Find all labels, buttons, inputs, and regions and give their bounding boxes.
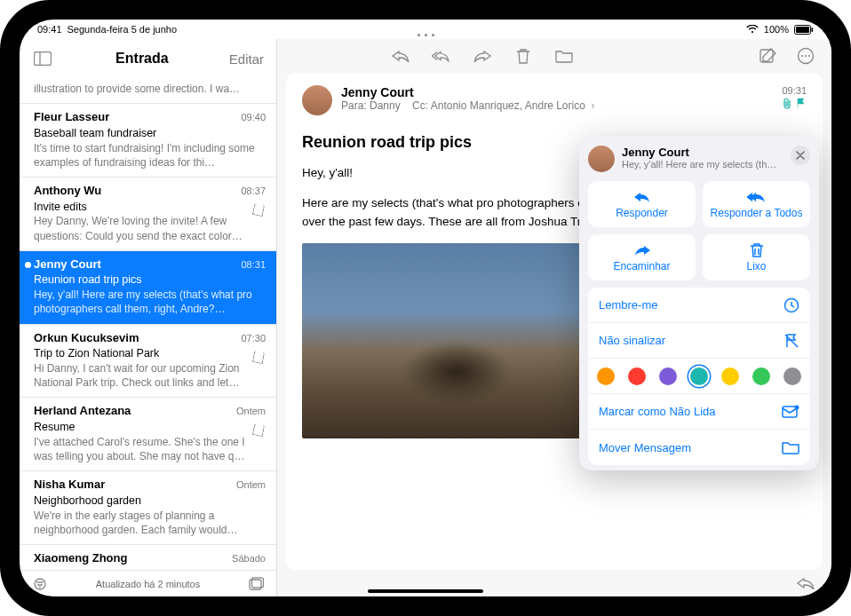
message-time: 09:31 <box>782 85 807 96</box>
remind-me-button[interactable]: Lembre-me <box>588 288 810 323</box>
mailbox-sidebar: Entrada Editar illustration to provide s… <box>20 39 277 596</box>
flag-icon <box>796 98 807 109</box>
msg-time: 08:31 <box>241 258 266 272</box>
unflag-button[interactable]: Não sinalizar <box>588 323 810 359</box>
folder-icon <box>782 440 799 454</box>
row-label: Não sinalizar <box>599 334 665 347</box>
flag-color-dot[interactable] <box>752 367 770 385</box>
svg-point-14 <box>805 55 807 57</box>
flag-color-dot[interactable] <box>628 367 646 385</box>
list-item[interactable]: Fleur Lasseur09:40 Baseball team fundrai… <box>20 104 276 178</box>
msg-subject: Neighborhood garden <box>34 494 266 509</box>
msg-sender: Nisha Kumar <box>34 477 105 493</box>
flag-color-row <box>588 359 810 394</box>
avatar[interactable] <box>302 85 332 115</box>
row-label: Lembre-me <box>599 298 657 312</box>
svg-point-13 <box>801 55 803 57</box>
reply-button[interactable]: Responder <box>588 181 696 227</box>
forward-icon[interactable] <box>473 46 492 66</box>
cc-names[interactable]: Antonio Manriquez, Andre Lorico <box>431 99 585 112</box>
battery-icon <box>794 25 814 35</box>
row-label: Mover Mensagem <box>599 441 691 454</box>
compose-icon[interactable] <box>759 46 778 66</box>
msg-preview: We're in the early stages of planning a … <box>34 509 266 537</box>
mailboxes-icon[interactable] <box>248 577 264 591</box>
reply-all-icon[interactable] <box>432 46 451 66</box>
list-item[interactable]: Orkun Kucuksevim07:30 Trip to Zion Natio… <box>20 325 276 399</box>
flag-color-dot[interactable] <box>721 367 739 385</box>
more-icon[interactable] <box>796 46 815 66</box>
msg-subject: Baseball team fundraiser <box>34 126 266 141</box>
attachment-icon <box>783 98 792 109</box>
msg-sender: Orkun Kucuksevim <box>34 330 139 346</box>
list-item[interactable]: Xiaomeng ZhongSábado Park Photos Hi Dann… <box>20 545 276 570</box>
message-toolbar <box>277 39 831 73</box>
svg-rect-11 <box>760 50 773 62</box>
flag-off-icon <box>783 333 799 349</box>
move-message-button[interactable]: Mover Mensagem <box>588 430 810 465</box>
reply-icon <box>633 189 651 205</box>
move-folder-icon[interactable] <box>554 46 574 66</box>
message-list[interactable]: illustration to provide some direction. … <box>20 76 276 570</box>
to-name[interactable]: Danny <box>370 99 401 112</box>
popover-title: Jenny Court <box>622 146 782 159</box>
reply-all-button[interactable]: Responder a Todos <box>703 181 810 227</box>
trash-icon <box>750 242 764 258</box>
tile-label: Responder a Todos <box>711 207 803 219</box>
envelope-dot-icon <box>782 405 799 419</box>
list-item[interactable]: illustration to provide some direction. … <box>20 76 276 104</box>
sidebar-toggle-icon[interactable] <box>30 46 55 71</box>
svg-rect-17 <box>783 407 797 417</box>
cc-label: Cc: <box>412 99 428 112</box>
status-date: Segunda-feira 5 de junho <box>68 24 178 35</box>
flag-color-dot[interactable] <box>783 367 801 385</box>
msg-subject: Reunion road trip pics <box>34 272 266 288</box>
msg-subject: Invite edits <box>34 200 266 215</box>
flag-color-dot[interactable] <box>690 367 708 385</box>
trash-button[interactable]: Lixo <box>703 234 810 280</box>
to-label: Para: <box>341 99 367 112</box>
msg-preview: I've attached Carol's resume. She's the … <box>34 435 266 463</box>
msg-preview: illustration to provide some direction. … <box>34 82 266 96</box>
list-item[interactable]: Herland AntezanaOntem Resume I've attach… <box>20 398 276 471</box>
actions-popover: Jenny Court Hey, y'all! Here are my sele… <box>579 137 819 470</box>
svg-rect-3 <box>35 52 52 66</box>
forward-button[interactable]: Encaminhar <box>588 234 696 280</box>
svg-rect-2 <box>812 28 814 32</box>
multitask-dots[interactable] <box>410 30 441 39</box>
trash-icon[interactable] <box>513 46 533 66</box>
list-item[interactable]: Anthony Wu08:37 Invite edits Hey Danny, … <box>20 178 276 251</box>
msg-subject: Park Photos <box>34 567 266 570</box>
filter-icon[interactable] <box>32 578 48 590</box>
msg-sender: Fleur Lasseur <box>34 109 109 125</box>
reply-icon[interactable] <box>391 46 410 66</box>
popover-subtitle: Hey, y'all! Here are my selects (that's… <box>622 159 782 170</box>
msg-sender: Anthony Wu <box>34 183 101 199</box>
battery-label: 100% <box>764 24 789 35</box>
close-icon[interactable] <box>791 146 810 165</box>
msg-sender: Xiaomeng Zhong <box>34 550 127 566</box>
flag-color-dot[interactable] <box>597 367 615 385</box>
from-name[interactable]: Jenny Court <box>341 85 773 99</box>
edit-button[interactable]: Editar <box>229 51 264 67</box>
sync-status: Atualizado há 2 minutos <box>96 579 200 589</box>
chevron-right-icon[interactable]: › <box>588 99 594 112</box>
svg-point-5 <box>35 579 45 589</box>
msg-time: Sábado <box>232 552 266 565</box>
status-time: 09:41 <box>37 24 62 35</box>
row-label: Marcar como Não Lida <box>599 405 716 418</box>
msg-subject: Trip to Zion National Park <box>34 346 266 361</box>
list-item-selected[interactable]: Jenny Court08:31 Reunion road trip pics … <box>20 251 276 325</box>
list-item[interactable]: Nisha KumarOntem Neighborhood garden We'… <box>20 471 276 545</box>
msg-time: Ontem <box>236 478 266 492</box>
flag-color-dot[interactable] <box>659 367 677 385</box>
msg-time: 09:40 <box>241 111 266 124</box>
mark-unread-button[interactable]: Marcar como Não Lida <box>588 394 810 430</box>
svg-point-18 <box>795 405 799 409</box>
reply-popover-icon[interactable] <box>796 573 815 593</box>
reply-all-icon <box>747 189 767 205</box>
msg-subject: Resume <box>34 420 266 435</box>
wifi-icon <box>746 25 759 34</box>
message-view: Jenny Court Para: Danny Cc: Antonio Manr… <box>277 39 831 596</box>
home-indicator[interactable] <box>368 589 483 593</box>
